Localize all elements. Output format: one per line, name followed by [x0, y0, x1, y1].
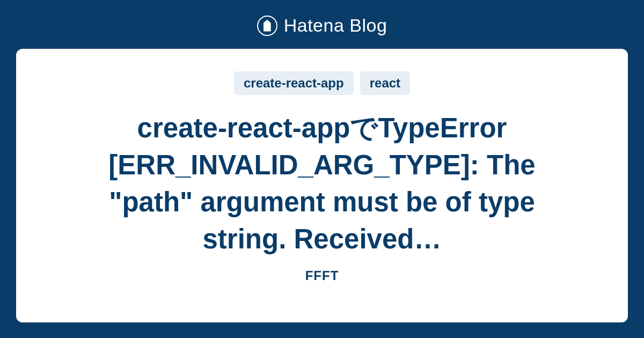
- brand-name: Hatena Blog: [284, 15, 387, 36]
- tag-list: create-react-app react: [234, 71, 410, 95]
- article-title: create-react-appでTypeError [ERR_INVALID_…: [80, 110, 564, 258]
- hatena-logo-icon: [257, 16, 277, 36]
- article-card: create-react-app react create-react-appで…: [16, 49, 628, 322]
- tag-create-react-app[interactable]: create-react-app: [234, 71, 354, 95]
- tag-react[interactable]: react: [360, 71, 410, 95]
- pen-icon: [264, 20, 271, 32]
- brand-header: Hatena Blog: [257, 0, 387, 49]
- author-name: FFFT: [305, 268, 339, 283]
